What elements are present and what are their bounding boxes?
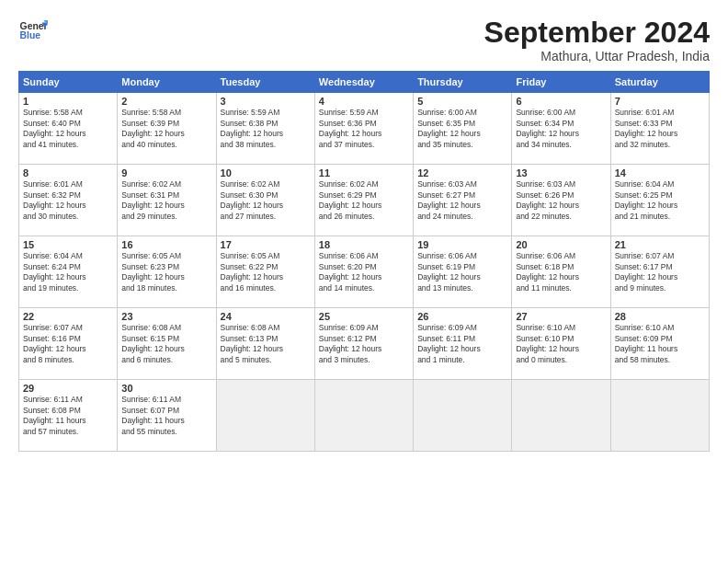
table-row: 13Sunrise: 6:03 AMSunset: 6:26 PMDayligh… — [512, 165, 610, 236]
page: General Blue September 2024 Mathura, Utt… — [0, 0, 728, 461]
table-row: 10Sunrise: 6:02 AMSunset: 6:30 PMDayligh… — [216, 165, 314, 236]
table-row: 27Sunrise: 6:10 AMSunset: 6:10 PMDayligh… — [512, 308, 610, 380]
header-monday: Monday — [118, 72, 216, 93]
table-row: 28Sunrise: 6:10 AMSunset: 6:09 PMDayligh… — [610, 308, 709, 380]
table-row: 8Sunrise: 6:01 AMSunset: 6:32 PMDaylight… — [19, 165, 118, 236]
table-row: 23Sunrise: 6:08 AMSunset: 6:15 PMDayligh… — [118, 308, 216, 380]
header-saturday: Saturday — [610, 72, 709, 93]
table-row: 15Sunrise: 6:04 AMSunset: 6:24 PMDayligh… — [19, 236, 118, 308]
calendar-week-row: 15Sunrise: 6:04 AMSunset: 6:24 PMDayligh… — [19, 236, 710, 308]
logo: General Blue — [18, 17, 48, 46]
table-row — [610, 380, 709, 452]
table-row: 2Sunrise: 5:58 AMSunset: 6:39 PMDaylight… — [118, 93, 216, 165]
table-row: 21Sunrise: 6:07 AMSunset: 6:17 PMDayligh… — [610, 236, 709, 308]
table-row: 5Sunrise: 6:00 AMSunset: 6:35 PMDaylight… — [414, 93, 512, 165]
calendar-table: Sunday Monday Tuesday Wednesday Thursday… — [18, 71, 710, 452]
table-row: 11Sunrise: 6:02 AMSunset: 6:29 PMDayligh… — [314, 165, 413, 236]
header-tuesday: Tuesday — [216, 72, 314, 93]
table-row: 6Sunrise: 6:00 AMSunset: 6:34 PMDaylight… — [512, 93, 610, 165]
svg-text:Blue: Blue — [20, 30, 41, 40]
calendar-week-row: 8Sunrise: 6:01 AMSunset: 6:32 PMDaylight… — [19, 165, 710, 236]
header-sunday: Sunday — [19, 72, 118, 93]
table-row: 25Sunrise: 6:09 AMSunset: 6:12 PMDayligh… — [314, 308, 413, 380]
month-title: September 2024 — [484, 17, 710, 49]
table-row: 29Sunrise: 6:11 AMSunset: 6:08 PMDayligh… — [19, 380, 118, 452]
logo-icon: General Blue — [18, 17, 48, 46]
table-row: 30Sunrise: 6:11 AMSunset: 6:07 PMDayligh… — [118, 380, 216, 452]
table-row: 12Sunrise: 6:03 AMSunset: 6:27 PMDayligh… — [414, 165, 512, 236]
calendar-body: 1Sunrise: 5:58 AMSunset: 6:40 PMDaylight… — [19, 93, 710, 452]
calendar-week-row: 22Sunrise: 6:07 AMSunset: 6:16 PMDayligh… — [19, 308, 710, 380]
header-friday: Friday — [512, 72, 610, 93]
table-row: 3Sunrise: 5:59 AMSunset: 6:38 PMDaylight… — [216, 93, 314, 165]
header-thursday: Thursday — [414, 72, 512, 93]
table-row: 20Sunrise: 6:06 AMSunset: 6:18 PMDayligh… — [512, 236, 610, 308]
calendar-week-row: 1Sunrise: 5:58 AMSunset: 6:40 PMDaylight… — [19, 93, 710, 165]
table-row — [414, 380, 512, 452]
weekday-header-row: Sunday Monday Tuesday Wednesday Thursday… — [19, 72, 710, 93]
table-row — [314, 380, 413, 452]
header-wednesday: Wednesday — [314, 72, 413, 93]
location-subtitle: Mathura, Uttar Pradesh, India — [484, 49, 710, 63]
table-row: 18Sunrise: 6:06 AMSunset: 6:20 PMDayligh… — [314, 236, 413, 308]
table-row: 7Sunrise: 6:01 AMSunset: 6:33 PMDaylight… — [610, 93, 709, 165]
calendar-week-row: 29Sunrise: 6:11 AMSunset: 6:08 PMDayligh… — [19, 380, 710, 452]
table-row: 1Sunrise: 5:58 AMSunset: 6:40 PMDaylight… — [19, 93, 118, 165]
table-row: 24Sunrise: 6:08 AMSunset: 6:13 PMDayligh… — [216, 308, 314, 380]
table-row: 16Sunrise: 6:05 AMSunset: 6:23 PMDayligh… — [118, 236, 216, 308]
table-row: 22Sunrise: 6:07 AMSunset: 6:16 PMDayligh… — [19, 308, 118, 380]
table-row: 26Sunrise: 6:09 AMSunset: 6:11 PMDayligh… — [414, 308, 512, 380]
table-row: 17Sunrise: 6:05 AMSunset: 6:22 PMDayligh… — [216, 236, 314, 308]
table-row — [512, 380, 610, 452]
table-row: 4Sunrise: 5:59 AMSunset: 6:36 PMDaylight… — [314, 93, 413, 165]
table-row: 19Sunrise: 6:06 AMSunset: 6:19 PMDayligh… — [414, 236, 512, 308]
title-block: September 2024 Mathura, Uttar Pradesh, I… — [484, 17, 710, 63]
table-row — [216, 380, 314, 452]
table-row: 9Sunrise: 6:02 AMSunset: 6:31 PMDaylight… — [118, 165, 216, 236]
table-row: 14Sunrise: 6:04 AMSunset: 6:25 PMDayligh… — [610, 165, 709, 236]
header: General Blue September 2024 Mathura, Utt… — [18, 17, 710, 63]
